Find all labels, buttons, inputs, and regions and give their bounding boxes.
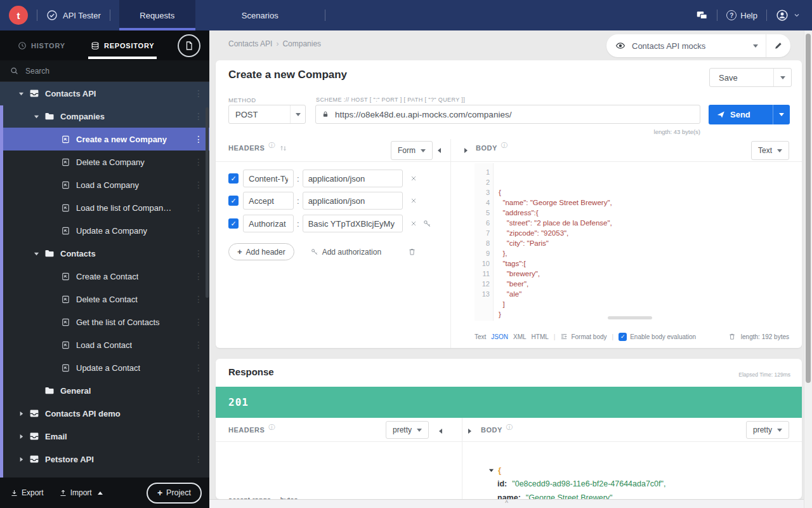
export-button[interactable]: Export — [10, 488, 44, 497]
help-menu[interactable]: ? Help — [726, 10, 757, 20]
collapse-response-headers-icon[interactable] — [439, 429, 442, 434]
breadcrumb-project[interactable]: Contacts API — [228, 39, 272, 48]
body-editor[interactable]: 12345678910111213 { "name": "George Stre… — [475, 163, 790, 321]
sidebar-item-contacts-api-demo[interactable]: Contacts API demo ⋮ — [0, 402, 209, 425]
save-menu-button[interactable] — [773, 69, 791, 86]
body-type-xml[interactable]: XML — [513, 333, 527, 340]
header-value-input[interactable] — [303, 192, 403, 210]
sidebar-item-load-a-company[interactable]: Load a Company ⋮ — [0, 173, 209, 196]
sidebar-item-petstore-api[interactable]: Petstore API ⋮ — [0, 448, 209, 471]
user-menu[interactable] — [776, 9, 801, 22]
send-button[interactable]: Send — [709, 105, 790, 124]
header-name-input[interactable] — [243, 192, 294, 210]
item-menu-icon[interactable]: ⋮ — [194, 203, 203, 213]
item-menu-icon[interactable]: ⋮ — [194, 271, 203, 281]
add-authorization-button[interactable]: Add authorization — [311, 248, 381, 257]
sidebar-item-delete-a-contact[interactable]: Delete a Contact ⋮ — [0, 288, 209, 311]
item-menu-icon[interactable]: ⋮ — [194, 454, 203, 464]
item-menu-icon[interactable]: ⋮ — [194, 363, 203, 373]
sort-headers-icon[interactable] — [279, 144, 287, 152]
sidebar-item-load-the-list-of-companies[interactable]: Load the list of Compan… ⋮ — [0, 196, 209, 219]
sidebar-item-create-a-new-company[interactable]: Create a new Company ⋮ — [0, 128, 209, 150]
sidebar-item-email[interactable]: Email ⋮ — [0, 425, 209, 448]
editor-hscrollbar-thumb[interactable] — [608, 316, 652, 319]
remove-header-icon[interactable] — [410, 220, 417, 227]
header-value-input[interactable] — [303, 170, 403, 187]
url-input[interactable] — [334, 109, 700, 120]
sidebar-item-contacts-api[interactable]: Contacts API ⋮ — [0, 82, 209, 105]
breadcrumb-folder[interactable]: Companies — [282, 39, 321, 48]
headers-mode-select[interactable]: Form — [391, 141, 433, 160]
tab-history[interactable]: HISTORY — [18, 30, 65, 60]
item-menu-icon[interactable]: ⋮ — [194, 248, 203, 258]
response-body-mode-select[interactable]: pretty — [746, 421, 789, 439]
feedback-chat-icon[interactable] — [696, 10, 708, 22]
header-name-input[interactable] — [243, 215, 294, 232]
app-logo[interactable]: t — [9, 6, 28, 25]
new-project-button[interactable]: + Project — [147, 483, 202, 504]
main-scrollbar-thumb[interactable] — [806, 34, 811, 383]
tab-scenarios[interactable]: Scenarios — [222, 0, 298, 30]
header-value-input[interactable] — [303, 215, 403, 232]
item-menu-icon[interactable]: ⋮ — [194, 408, 203, 418]
item-menu-icon[interactable]: ⋮ — [194, 317, 203, 327]
sidebar-item-partial[interactable] — [0, 471, 209, 478]
item-menu-icon[interactable]: ⋮ — [194, 225, 203, 236]
new-document-button[interactable] — [178, 34, 200, 57]
edit-environment-button[interactable] — [766, 34, 790, 57]
delete-headers-icon[interactable] — [408, 248, 416, 256]
sidebar-item-update-a-contact[interactable]: Update a Contact ⋮ — [0, 356, 209, 379]
search-input[interactable] — [24, 66, 209, 76]
item-menu-icon[interactable]: ⋮ — [194, 180, 203, 190]
header-name-input[interactable] — [243, 170, 294, 187]
item-menu-icon[interactable]: ⋮ — [194, 385, 203, 396]
collapse-headers-icon[interactable] — [438, 148, 441, 153]
sidebar-item-contacts[interactable]: Contacts ⋮ — [0, 242, 209, 265]
collapse-response-body-icon[interactable] — [468, 429, 471, 434]
response-headers-mode-select[interactable]: pretty — [386, 421, 429, 439]
format-body-button[interactable]: Format body — [560, 333, 606, 340]
clear-body-icon[interactable] — [728, 333, 736, 340]
authorization-key-icon[interactable] — [423, 220, 431, 228]
sidebar-item-general[interactable]: General ⋮ — [0, 379, 209, 402]
sidebar-item-companies[interactable]: Companies ⋮ — [0, 105, 209, 128]
save-button[interactable]: Save — [709, 68, 792, 87]
add-header-button[interactable]: + Add header — [228, 243, 294, 260]
sidebar-item-update-a-company[interactable]: Update a Company ⋮ — [0, 219, 209, 242]
body-evaluation-toggle[interactable]: Enable body evaluation — [619, 333, 696, 341]
response-body-root[interactable]: { — [488, 465, 501, 475]
send-menu-button[interactable] — [773, 113, 790, 116]
environment-selector[interactable]: Contacts API mocks — [606, 34, 790, 57]
import-button[interactable]: Import — [59, 488, 103, 497]
header-enabled-checkbox[interactable] — [228, 196, 239, 206]
body-type-json[interactable]: JSON — [491, 333, 508, 340]
remove-header-icon[interactable] — [410, 175, 417, 182]
item-menu-icon[interactable]: ⋮ — [194, 431, 203, 441]
item-menu-icon[interactable]: ⋮ — [194, 340, 203, 350]
item-menu-icon[interactable]: ⋮ — [194, 134, 203, 144]
sidebar-item-load-a-contact[interactable]: Load a Contact ⋮ — [0, 333, 209, 356]
eye-icon[interactable] — [615, 41, 625, 51]
body-type-text[interactable]: Text — [475, 333, 486, 340]
evaluation-checkbox[interactable] — [619, 333, 627, 341]
sidebar-item-delete-a-company[interactable]: Delete a Company ⋮ — [0, 150, 209, 173]
body-type-html[interactable]: HTML — [532, 333, 549, 340]
header-enabled-checkbox[interactable] — [228, 218, 239, 229]
remove-header-icon[interactable] — [410, 197, 417, 204]
body-mode-select[interactable]: Text — [751, 141, 789, 160]
scroll-up-bar[interactable]: ^ — [209, 499, 804, 508]
sidebar-scrollbar-thumb[interactable] — [206, 107, 209, 298]
header-enabled-checkbox[interactable] — [228, 173, 239, 184]
collapse-body-icon[interactable] — [464, 148, 468, 153]
tab-requests[interactable]: Requests — [119, 0, 195, 30]
sidebar-item-create-a-contact[interactable]: Create a Contact ⋮ — [0, 265, 209, 288]
caret-down-icon — [18, 91, 24, 97]
item-menu-icon[interactable]: ⋮ — [194, 88, 203, 98]
tab-repository[interactable]: REPOSITORY — [91, 30, 155, 60]
method-select[interactable]: POST — [228, 105, 306, 124]
body-code[interactable]: { "name": "George Street Brewery", "addr… — [499, 167, 612, 340]
item-menu-icon[interactable]: ⋮ — [194, 111, 203, 121]
sidebar-item-get-the-list-of-contacts[interactable]: Get the list of Contacts ⋮ — [0, 311, 209, 333]
item-menu-icon[interactable]: ⋮ — [194, 294, 203, 304]
item-menu-icon[interactable]: ⋮ — [194, 157, 203, 167]
